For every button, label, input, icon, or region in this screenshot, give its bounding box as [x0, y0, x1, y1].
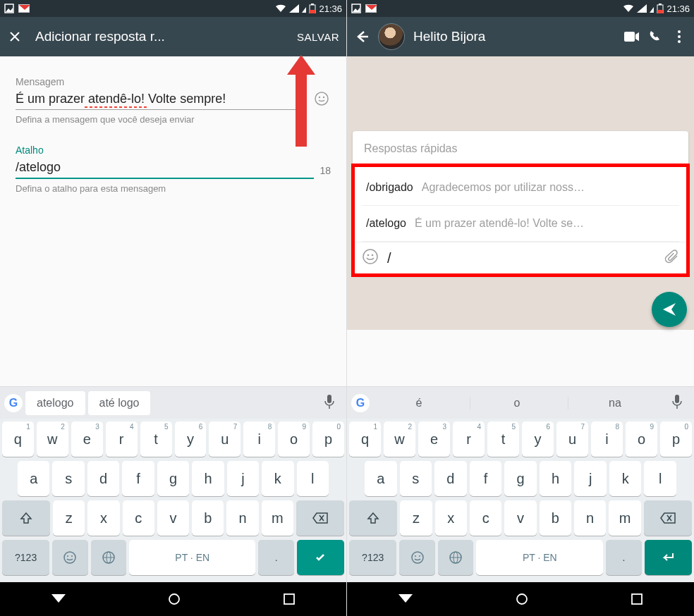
shift-key[interactable] [2, 500, 50, 536]
shift-key[interactable] [349, 500, 397, 536]
key-v[interactable]: v [157, 500, 189, 536]
emoji-icon[interactable] [362, 248, 379, 268]
quick-reply-item[interactable]: /obrigado Agradecemos por utilizar noss… [355, 170, 686, 205]
key-x[interactable]: x [435, 500, 467, 536]
key-t[interactable]: t5 [487, 421, 519, 457]
key-n[interactable]: n [226, 500, 258, 536]
key-w[interactable]: w2 [37, 421, 68, 457]
globe-key[interactable] [91, 540, 126, 575]
key-x[interactable]: x [87, 500, 119, 536]
space-key[interactable]: PT · EN [129, 540, 255, 575]
key-n[interactable]: n [574, 500, 606, 536]
keyboard: q1w2e3r4t5y6u7i8o9p0 asdfghjkl zxcvbnm ?… [347, 419, 694, 582]
key-h[interactable]: h [540, 461, 572, 496]
key-h[interactable]: h [192, 461, 224, 496]
key-b[interactable]: b [192, 500, 224, 536]
emoji-key[interactable] [52, 540, 87, 575]
key-q[interactable]: q1 [349, 421, 381, 457]
key-s[interactable]: s [52, 461, 84, 496]
save-button[interactable]: SALVAR [297, 31, 339, 43]
key-m[interactable]: m [609, 500, 640, 536]
key-e[interactable]: e3 [71, 421, 103, 457]
numbers-key[interactable]: ?123 [349, 540, 396, 575]
chat-input[interactable]: / [387, 250, 655, 266]
key-f[interactable]: f [122, 461, 154, 496]
mic-icon[interactable] [664, 394, 690, 412]
nav-recent-icon[interactable] [284, 593, 295, 605]
key-f[interactable]: f [470, 461, 502, 496]
key-d[interactable]: d [434, 461, 467, 496]
key-j[interactable]: j [227, 461, 259, 496]
shortcut-input[interactable] [16, 156, 314, 179]
emoji-key[interactable] [399, 540, 435, 575]
nav-home-icon[interactable] [168, 593, 181, 605]
key-l[interactable]: l [297, 461, 329, 496]
send-button[interactable] [652, 292, 687, 327]
key-w[interactable]: w2 [384, 421, 415, 457]
key-q[interactable]: q1 [2, 421, 34, 457]
key-z[interactable]: z [400, 500, 432, 536]
mic-icon[interactable] [317, 394, 342, 412]
google-icon[interactable]: G [351, 394, 370, 412]
key-a[interactable]: a [18, 461, 49, 496]
suggestion-2[interactable]: até logo [88, 391, 151, 415]
nav-recent-icon[interactable] [631, 593, 643, 605]
numbers-key[interactable]: ?123 [2, 540, 49, 575]
voice-call-icon[interactable] [647, 29, 663, 44]
key-b[interactable]: b [540, 500, 571, 536]
key-u[interactable]: u7 [556, 421, 588, 457]
suggestion-1[interactable]: atelogo [25, 391, 85, 415]
suggestion-2[interactable]: o [470, 397, 564, 409]
contact-name[interactable]: Helito Bijora [413, 29, 615, 44]
key-c[interactable]: c [123, 500, 154, 536]
key-r[interactable]: r4 [106, 421, 138, 457]
key-s[interactable]: s [400, 461, 432, 496]
overflow-icon[interactable] [671, 29, 687, 44]
attach-icon[interactable] [664, 249, 679, 267]
suggestion-1[interactable]: é [372, 397, 465, 409]
key-t[interactable]: t5 [140, 421, 172, 457]
key-e[interactable]: e3 [418, 421, 450, 457]
key-i[interactable]: i8 [591, 421, 623, 457]
suggestion-3[interactable]: na [568, 397, 662, 409]
google-icon[interactable]: G [4, 394, 23, 412]
key-i[interactable]: i8 [243, 421, 275, 457]
video-call-icon[interactable] [623, 29, 639, 44]
globe-key[interactable] [438, 540, 474, 575]
key-p[interactable]: p0 [660, 421, 692, 457]
key-c[interactable]: c [470, 500, 501, 536]
key-y[interactable]: y6 [522, 421, 554, 457]
back-icon[interactable] [354, 29, 370, 44]
period-key[interactable]: . [258, 540, 293, 575]
nav-home-icon[interactable] [516, 593, 528, 605]
key-p[interactable]: p0 [312, 421, 344, 457]
nav-hide-keyboard-icon[interactable] [51, 594, 66, 604]
key-z[interactable]: z [53, 500, 85, 536]
close-icon[interactable] [7, 29, 23, 44]
message-input[interactable] [16, 87, 307, 110]
key-k[interactable]: k [262, 461, 293, 496]
key-d[interactable]: d [87, 461, 119, 496]
key-u[interactable]: u7 [209, 421, 241, 457]
key-k[interactable]: k [609, 461, 642, 496]
backspace-key[interactable] [644, 500, 692, 536]
key-r[interactable]: r4 [453, 421, 485, 457]
key-o[interactable]: o9 [278, 421, 310, 457]
key-a[interactable]: a [365, 461, 397, 496]
nav-hide-keyboard-icon[interactable] [398, 594, 413, 604]
key-v[interactable]: v [504, 500, 536, 536]
avatar[interactable] [378, 23, 405, 50]
key-o[interactable]: o9 [626, 421, 657, 457]
key-m[interactable]: m [262, 500, 293, 536]
quick-reply-item[interactable]: /atelogo É um prazer atendê-lo! Volte se… [355, 206, 686, 241]
key-l[interactable]: l [644, 461, 676, 496]
go-key[interactable] [297, 540, 344, 575]
key-g[interactable]: g [504, 461, 537, 496]
enter-key[interactable] [645, 540, 692, 575]
backspace-key[interactable] [296, 500, 344, 536]
key-y[interactable]: y6 [175, 421, 207, 457]
key-j[interactable]: j [574, 461, 607, 496]
space-key[interactable]: PT · EN [476, 540, 603, 575]
key-g[interactable]: g [157, 461, 189, 496]
period-key[interactable]: . [606, 540, 642, 575]
